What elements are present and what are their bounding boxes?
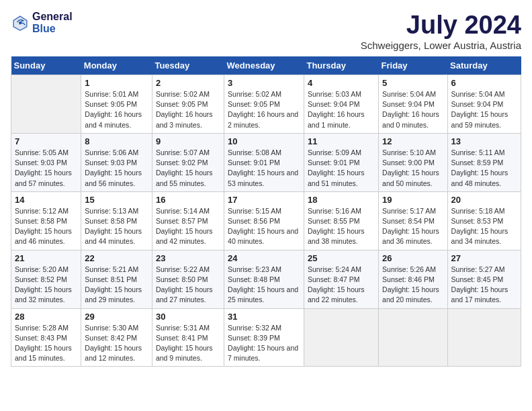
day-info: Sunrise: 5:32 AMSunset: 8:39 PMDaylight:… xyxy=(228,323,300,364)
day-number: 20 xyxy=(451,195,517,205)
calendar-cell: 4Sunrise: 5:03 AMSunset: 9:04 PMDaylight… xyxy=(304,75,378,134)
calendar-cell: 18Sunrise: 5:16 AMSunset: 8:55 PMDayligh… xyxy=(304,191,378,250)
day-number: 6 xyxy=(451,78,517,88)
day-info: Sunrise: 5:02 AMSunset: 9:05 PMDaylight:… xyxy=(228,89,300,130)
day-number: 30 xyxy=(156,312,220,322)
day-number: 14 xyxy=(15,195,77,205)
day-number: 8 xyxy=(85,136,148,146)
day-number: 22 xyxy=(85,253,148,263)
day-info: Sunrise: 5:14 AMSunset: 8:57 PMDaylight:… xyxy=(156,206,220,247)
calendar-cell: 24Sunrise: 5:23 AMSunset: 8:48 PMDayligh… xyxy=(224,250,304,308)
day-info: Sunrise: 5:03 AMSunset: 9:04 PMDaylight:… xyxy=(308,89,375,130)
calendar-cell: 21Sunrise: 5:20 AMSunset: 8:52 PMDayligh… xyxy=(11,250,81,308)
day-number: 18 xyxy=(308,195,375,205)
calendar-cell: 31Sunrise: 5:32 AMSunset: 8:39 PMDayligh… xyxy=(224,308,304,367)
title-section: July 2024 Schweiggers, Lower Austria, Au… xyxy=(361,11,521,51)
day-header-saturday: Saturday xyxy=(447,56,521,75)
day-number: 13 xyxy=(451,136,517,146)
calendar-cell: 23Sunrise: 5:22 AMSunset: 8:50 PMDayligh… xyxy=(152,250,224,308)
calendar-cell: 12Sunrise: 5:10 AMSunset: 9:00 PMDayligh… xyxy=(379,133,448,191)
day-info: Sunrise: 5:21 AMSunset: 8:51 PMDaylight:… xyxy=(85,265,148,306)
day-info: Sunrise: 5:18 AMSunset: 8:53 PMDaylight:… xyxy=(451,206,517,247)
calendar-cell: 7Sunrise: 5:05 AMSunset: 9:03 PMDaylight… xyxy=(11,133,81,191)
calendar-week-row: 28Sunrise: 5:28 AMSunset: 8:43 PMDayligh… xyxy=(11,308,521,367)
day-header-monday: Monday xyxy=(81,56,152,75)
day-info: Sunrise: 5:06 AMSunset: 9:03 PMDaylight:… xyxy=(85,148,148,189)
day-header-friday: Friday xyxy=(379,56,448,75)
day-info: Sunrise: 5:04 AMSunset: 9:04 PMDaylight:… xyxy=(382,89,444,130)
day-header-wednesday: Wednesday xyxy=(224,56,304,75)
day-number: 17 xyxy=(228,195,300,205)
calendar-cell: 16Sunrise: 5:14 AMSunset: 8:57 PMDayligh… xyxy=(152,191,224,250)
day-header-thursday: Thursday xyxy=(304,56,378,75)
day-number: 15 xyxy=(85,195,148,205)
calendar-cell: 14Sunrise: 5:12 AMSunset: 8:58 PMDayligh… xyxy=(11,191,81,250)
day-number: 7 xyxy=(15,136,77,146)
day-info: Sunrise: 5:12 AMSunset: 8:58 PMDaylight:… xyxy=(15,206,77,247)
calendar-cell: 6Sunrise: 5:04 AMSunset: 9:04 PMDaylight… xyxy=(447,75,521,134)
day-info: Sunrise: 5:08 AMSunset: 9:01 PMDaylight:… xyxy=(228,148,300,189)
calendar-table: SundayMondayTuesdayWednesdayThursdayFrid… xyxy=(11,56,521,367)
day-info: Sunrise: 5:16 AMSunset: 8:55 PMDaylight:… xyxy=(308,206,375,247)
day-number: 19 xyxy=(382,195,444,205)
page-header: General Blue July 2024 Schweiggers, Lowe… xyxy=(11,11,521,51)
day-number: 29 xyxy=(85,312,148,322)
day-info: Sunrise: 5:26 AMSunset: 8:46 PMDaylight:… xyxy=(382,265,444,306)
calendar-week-row: 7Sunrise: 5:05 AMSunset: 9:03 PMDaylight… xyxy=(11,133,521,191)
calendar-week-row: 14Sunrise: 5:12 AMSunset: 8:58 PMDayligh… xyxy=(11,191,521,250)
main-title: July 2024 xyxy=(361,11,521,40)
logo: General Blue xyxy=(11,11,73,35)
calendar-week-row: 21Sunrise: 5:20 AMSunset: 8:52 PMDayligh… xyxy=(11,250,521,308)
calendar-cell: 9Sunrise: 5:07 AMSunset: 9:02 PMDaylight… xyxy=(152,133,224,191)
calendar-cell: 27Sunrise: 5:27 AMSunset: 8:45 PMDayligh… xyxy=(447,250,521,308)
day-number: 21 xyxy=(15,253,77,263)
calendar-cell: 28Sunrise: 5:28 AMSunset: 8:43 PMDayligh… xyxy=(11,308,81,367)
day-number: 4 xyxy=(308,78,375,88)
day-number: 28 xyxy=(15,312,77,322)
svg-point-2 xyxy=(19,21,21,24)
day-number: 1 xyxy=(85,78,148,88)
day-info: Sunrise: 5:24 AMSunset: 8:47 PMDaylight:… xyxy=(308,265,375,306)
calendar-cell: 8Sunrise: 5:06 AMSunset: 9:03 PMDaylight… xyxy=(81,133,152,191)
day-number: 25 xyxy=(308,253,375,263)
calendar-cell: 20Sunrise: 5:18 AMSunset: 8:53 PMDayligh… xyxy=(447,191,521,250)
calendar-cell: 10Sunrise: 5:08 AMSunset: 9:01 PMDayligh… xyxy=(224,133,304,191)
day-number: 2 xyxy=(156,78,220,88)
day-info: Sunrise: 5:23 AMSunset: 8:48 PMDaylight:… xyxy=(228,265,300,306)
day-header-tuesday: Tuesday xyxy=(152,56,224,75)
calendar-cell: 22Sunrise: 5:21 AMSunset: 8:51 PMDayligh… xyxy=(81,250,152,308)
day-number: 16 xyxy=(156,195,220,205)
day-number: 27 xyxy=(451,253,517,263)
calendar-cell: 30Sunrise: 5:31 AMSunset: 8:41 PMDayligh… xyxy=(152,308,224,367)
calendar-cell: 17Sunrise: 5:15 AMSunset: 8:56 PMDayligh… xyxy=(224,191,304,250)
day-info: Sunrise: 5:04 AMSunset: 9:04 PMDaylight:… xyxy=(451,89,517,130)
day-number: 9 xyxy=(156,136,220,146)
day-info: Sunrise: 5:02 AMSunset: 9:05 PMDaylight:… xyxy=(156,89,220,130)
calendar-cell: 5Sunrise: 5:04 AMSunset: 9:04 PMDaylight… xyxy=(379,75,448,134)
day-number: 31 xyxy=(228,312,300,322)
day-info: Sunrise: 5:11 AMSunset: 8:59 PMDaylight:… xyxy=(451,148,517,189)
day-number: 10 xyxy=(228,136,300,146)
day-number: 5 xyxy=(382,78,444,88)
calendar-cell xyxy=(379,308,448,367)
day-info: Sunrise: 5:05 AMSunset: 9:03 PMDaylight:… xyxy=(15,148,77,189)
calendar-cell xyxy=(304,308,378,367)
day-info: Sunrise: 5:31 AMSunset: 8:41 PMDaylight:… xyxy=(156,323,220,364)
day-number: 11 xyxy=(308,136,375,146)
calendar-cell: 26Sunrise: 5:26 AMSunset: 8:46 PMDayligh… xyxy=(379,250,448,308)
day-info: Sunrise: 5:30 AMSunset: 8:42 PMDaylight:… xyxy=(85,323,148,364)
calendar-week-row: 1Sunrise: 5:01 AMSunset: 9:05 PMDaylight… xyxy=(11,75,521,134)
day-info: Sunrise: 5:17 AMSunset: 8:54 PMDaylight:… xyxy=(382,206,444,247)
day-info: Sunrise: 5:01 AMSunset: 9:05 PMDaylight:… xyxy=(85,89,148,130)
day-number: 24 xyxy=(228,253,300,263)
calendar-cell xyxy=(447,308,521,367)
logo-icon xyxy=(11,13,30,32)
calendar-cell: 19Sunrise: 5:17 AMSunset: 8:54 PMDayligh… xyxy=(379,191,448,250)
day-header-sunday: Sunday xyxy=(11,56,81,75)
calendar-cell: 29Sunrise: 5:30 AMSunset: 8:42 PMDayligh… xyxy=(81,308,152,367)
calendar-cell: 11Sunrise: 5:09 AMSunset: 9:01 PMDayligh… xyxy=(304,133,378,191)
calendar-header-row: SundayMondayTuesdayWednesdayThursdayFrid… xyxy=(11,56,521,75)
calendar-cell xyxy=(11,75,81,134)
day-number: 12 xyxy=(382,136,444,146)
day-info: Sunrise: 5:20 AMSunset: 8:52 PMDaylight:… xyxy=(15,265,77,306)
